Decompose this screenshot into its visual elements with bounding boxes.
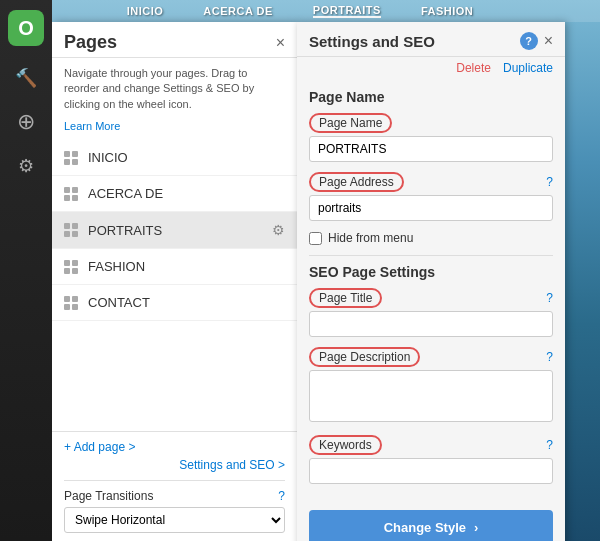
keywords-input[interactable] [309, 458, 553, 484]
page-item-label: FASHION [88, 259, 285, 274]
plus-circle-icon[interactable]: ⊕ [8, 104, 44, 140]
page-address-input[interactable] [309, 195, 553, 221]
hide-from-menu-checkbox[interactable] [309, 232, 322, 245]
pages-header: Pages × [52, 22, 297, 58]
page-item-acerca-de[interactable]: ACERCA DE [52, 176, 297, 212]
duplicate-link[interactable]: Duplicate [503, 61, 553, 75]
seo-actions: Delete Duplicate [297, 57, 565, 81]
seo-divider [309, 255, 553, 256]
page-description-help-icon[interactable]: ? [546, 350, 553, 364]
page-name-field-group: Page Name [309, 113, 553, 162]
page-title-help-icon[interactable]: ? [546, 291, 553, 305]
keywords-field-group: Keywords ? [309, 435, 553, 484]
page-grid-icon [64, 151, 78, 165]
seo-footer: Change Style › Done [297, 502, 565, 541]
seo-header-icons: ? × [520, 32, 553, 50]
page-description-input[interactable] [309, 370, 553, 422]
page-item-inicio[interactable]: INICIO [52, 140, 297, 176]
seo-body: Page Name Page Name Page Address ? Hide … [297, 81, 565, 502]
add-page-link[interactable]: + Add page > [64, 440, 285, 454]
page-item-label: CONTACT [88, 295, 285, 310]
nav-item-acerca-de[interactable]: ACERCA DE [203, 5, 273, 17]
page-transitions: Page Transitions ? Swipe Horizontal Swip… [64, 480, 285, 533]
hide-from-menu-field: Hide from menu [309, 231, 553, 245]
page-grid-icon [64, 223, 78, 237]
seo-close-button[interactable]: × [544, 32, 553, 50]
page-name-input[interactable] [309, 136, 553, 162]
settings-seo-link[interactable]: Settings and SEO > [64, 458, 285, 472]
page-description-label-row: Page Description ? [309, 347, 553, 367]
page-description-label: Page Description [309, 347, 420, 367]
page-settings-gear-icon[interactable]: ⚙ [272, 222, 285, 238]
page-title-label-row: Page Title ? [309, 288, 553, 308]
page-address-field-group: Page Address ? [309, 172, 553, 221]
page-title-input[interactable] [309, 311, 553, 337]
page-transitions-label: Page Transitions [64, 489, 153, 503]
seo-help-icon[interactable]: ? [520, 32, 538, 50]
page-title-label: Page Title [309, 288, 382, 308]
pages-panel: Pages × Navigate through your pages. Dra… [52, 22, 297, 541]
seo-header: Settings and SEO ? × [297, 22, 565, 57]
seo-section-title: SEO Page Settings [309, 264, 553, 280]
left-sidebar: O 🔨 ⊕ ⚙ [0, 0, 52, 541]
top-navigation: INICIO ACERCA DE PORTRAITS FASHION [0, 0, 600, 22]
page-grid-icon [64, 296, 78, 310]
change-style-arrow-icon: › [474, 520, 478, 535]
gear-icon[interactable]: ⚙ [8, 148, 44, 184]
settings-seo-label: Settings and SEO > [179, 458, 285, 472]
page-address-label-row: Page Address ? [309, 172, 553, 192]
page-title-field-group: Page Title ? [309, 288, 553, 337]
pages-description: Navigate through your pages. Drag to reo… [52, 58, 297, 120]
pages-list: INICIO ACERCA DE PORTRAITS ⚙ FASHION C [52, 140, 297, 431]
change-style-label: Change Style [384, 520, 466, 535]
pages-footer: + Add page > Settings and SEO > Page Tra… [52, 431, 297, 541]
nav-item-inicio[interactable]: INICIO [127, 5, 164, 17]
logo[interactable]: O [8, 10, 44, 46]
page-address-help-icon[interactable]: ? [546, 175, 553, 189]
pages-close-button[interactable]: × [276, 35, 285, 51]
page-item-label: ACERCA DE [88, 186, 285, 201]
pages-title: Pages [64, 32, 117, 53]
page-name-label-row: Page Name [309, 113, 553, 133]
nav-item-portraits[interactable]: PORTRAITS [313, 4, 381, 18]
pt-label-row: Page Transitions ? [64, 489, 285, 503]
page-address-label: Page Address [309, 172, 404, 192]
keywords-label-row: Keywords ? [309, 435, 553, 455]
page-item-portraits[interactable]: PORTRAITS ⚙ [52, 212, 297, 249]
page-grid-icon [64, 260, 78, 274]
learn-more-link[interactable]: Learn More [52, 120, 297, 140]
keywords-label: Keywords [309, 435, 382, 455]
nav-item-fashion[interactable]: FASHION [421, 5, 473, 17]
page-item-fashion[interactable]: FASHION [52, 249, 297, 285]
page-transitions-help-icon[interactable]: ? [278, 489, 285, 503]
page-item-contact[interactable]: CONTACT [52, 285, 297, 321]
delete-link[interactable]: Delete [456, 61, 491, 75]
page-item-label: PORTRAITS [88, 223, 272, 238]
seo-panel-title: Settings and SEO [309, 33, 520, 50]
page-grid-icon [64, 187, 78, 201]
page-item-label: INICIO [88, 150, 285, 165]
page-name-label: Page Name [309, 113, 392, 133]
page-description-field-group: Page Description ? [309, 347, 553, 425]
page-transitions-select[interactable]: Swipe Horizontal Swipe Vertical Fade Non… [64, 507, 285, 533]
keywords-help-icon[interactable]: ? [546, 438, 553, 452]
hide-from-menu-label: Hide from menu [328, 231, 413, 245]
seo-panel: Settings and SEO ? × Delete Duplicate Pa… [297, 22, 565, 541]
add-page-label: + Add page > [64, 440, 135, 454]
page-name-section-title: Page Name [309, 89, 553, 105]
hammer-icon[interactable]: 🔨 [8, 60, 44, 96]
change-style-button[interactable]: Change Style › [309, 510, 553, 541]
